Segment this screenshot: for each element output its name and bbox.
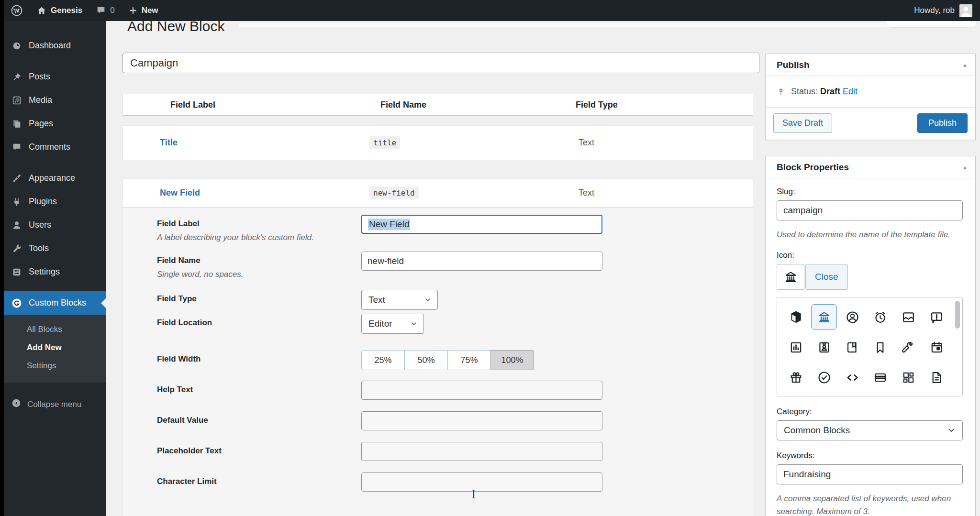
gift-icon[interactable] — [783, 364, 809, 390]
sidebar-item-settings[interactable]: Settings — [4, 260, 106, 284]
sidebar-item-label: Media — [29, 95, 52, 105]
icon-picker — [777, 297, 963, 396]
slug-label: Slug: — [777, 187, 963, 197]
keywords-help-text: A comma separated list of keywords, used… — [777, 492, 963, 516]
slug-input[interactable] — [777, 200, 963, 220]
pushpin-icon — [11, 72, 22, 82]
help-text-input[interactable] — [361, 381, 602, 400]
calendar-icon[interactable] — [924, 334, 950, 360]
chevron-down-icon — [947, 426, 956, 435]
icon-label: Icon: — [777, 251, 963, 260]
publish-panel-title: Publish — [777, 60, 810, 70]
table-row[interactable]: Title title Text — [122, 125, 753, 160]
layout-grid-icon[interactable] — [896, 364, 922, 390]
sidebar-item-label: Posts — [29, 72, 50, 82]
sidebar-item-appearance[interactable]: Appearance — [4, 166, 106, 190]
howdy-label[interactable]: Howdy, rob — [914, 6, 955, 15]
document-icon[interactable] — [924, 364, 950, 390]
chart-bar-icon[interactable] — [783, 334, 809, 360]
icon-close-button[interactable]: Close — [805, 264, 848, 290]
selected-text: New Field — [368, 219, 410, 230]
block-default-icon[interactable] — [783, 304, 809, 330]
status-edit-link[interactable]: Edit — [843, 87, 858, 96]
panel-toggle-icon[interactable]: ▲ — [962, 165, 968, 170]
cover-image-icon[interactable] — [896, 304, 922, 330]
field-width-option-100[interactable]: 100% — [490, 350, 534, 370]
book-icon[interactable] — [839, 334, 865, 360]
collapse-menu-button[interactable]: Collapse menu — [4, 398, 106, 411]
bookmark-icon[interactable] — [868, 334, 893, 360]
new-menu[interactable]: New — [122, 0, 165, 21]
block-title-input[interactable] — [122, 53, 759, 73]
custom-blocks-submenu: All BlocksAdd NewSettings — [4, 315, 106, 383]
sidebar-item-custom-blocks[interactable]: Custom Blocks — [4, 291, 106, 315]
field-width-option-75[interactable]: 75% — [447, 350, 491, 370]
field-width-option-25[interactable]: 25% — [361, 350, 405, 370]
submenu-item-all-blocks[interactable]: All Blocks — [4, 320, 106, 339]
credit-card-icon[interactable] — [868, 364, 893, 390]
publish-panel: Publish ▲ Status: Draft Edit Save Draft … — [765, 54, 976, 140]
character-limit-label: Character Limit — [157, 477, 361, 486]
icon-grid-scrollbar[interactable] — [955, 301, 960, 329]
text-cursor: I — [471, 488, 476, 501]
table-row[interactable]: New Field new-field Text — [122, 178, 753, 207]
id-badge-icon[interactable] — [811, 334, 837, 360]
field-row-label-link[interactable]: Title — [123, 138, 350, 148]
comments-icon — [11, 142, 22, 153]
sidebar-item-plugins[interactable]: Plugins — [4, 190, 106, 213]
category-select[interactable]: Common Blocks — [777, 420, 963, 440]
wordpress-logo-icon[interactable] — [4, 0, 30, 21]
avatar[interactable] — [959, 4, 972, 17]
character-limit-input[interactable] — [361, 472, 602, 492]
sidebar-item-label: Appearance — [29, 173, 75, 183]
default-value-input[interactable] — [361, 411, 602, 430]
placeholder-text-input[interactable] — [361, 442, 602, 461]
sidebar-item-tools[interactable]: Tools — [4, 237, 106, 260]
testimonial-icon[interactable] — [924, 304, 950, 330]
sidebar-item-label: Custom Blocks — [29, 298, 86, 308]
sidebar-item-dashboard[interactable]: Dashboard — [4, 34, 106, 57]
bank-icon[interactable] — [777, 264, 804, 290]
save-draft-button[interactable]: Save Draft — [773, 113, 832, 133]
submenu-item-add-new[interactable]: Add New — [4, 339, 106, 357]
col-field-label: Field Label — [123, 100, 350, 110]
bank-icon[interactable] — [811, 304, 837, 330]
field-type-label: Field Type — [157, 294, 361, 304]
publish-button[interactable]: Publish — [917, 113, 968, 133]
field-type-value: Text — [558, 138, 754, 148]
panel-toggle-icon[interactable]: ▲ — [962, 62, 968, 68]
field-location-select[interactable]: Editor — [361, 314, 424, 334]
admin-bar: Genesis 0 New Howdy, rob — [4, 0, 980, 21]
chevron-down-icon — [410, 320, 418, 328]
alarm-clock-icon[interactable] — [868, 304, 893, 330]
check-circle-icon[interactable] — [811, 364, 837, 390]
site-menu[interactable]: Genesis — [30, 0, 89, 21]
keywords-label: Keywords: — [777, 451, 963, 461]
field-label-input[interactable]: New Field — [361, 215, 602, 234]
code-icon[interactable] — [839, 364, 865, 390]
col-field-name: Field Name — [350, 100, 558, 110]
default-value-label: Default Value — [157, 416, 361, 425]
field-row-label-link[interactable]: New Field — [123, 188, 350, 198]
comments-indicator[interactable]: 0 — [89, 0, 121, 21]
sidebar-item-pages[interactable]: Pages — [4, 112, 106, 135]
field-name-label: Field Name — [157, 256, 361, 265]
field-location-label: Field Location — [157, 318, 361, 328]
col-field-type: Field Type — [558, 100, 754, 110]
sidebar-item-users[interactable]: Users — [4, 213, 106, 237]
wordpress-admin: Genesis 0 New Howdy, rob DashboardPostsM… — [4, 0, 980, 516]
keywords-input[interactable] — [777, 464, 963, 484]
admin-sidebar: DashboardPostsMediaPagesCommentsAppearan… — [4, 21, 106, 516]
field-width-option-50[interactable]: 50% — [404, 350, 448, 370]
wrench-icon[interactable] — [896, 334, 922, 360]
field-name-code: title — [369, 136, 400, 149]
appearance-icon — [11, 173, 22, 184]
sidebar-item-posts[interactable]: Posts — [4, 65, 106, 88]
sidebar-item-comments[interactable]: Comments — [4, 135, 106, 159]
user-circle-icon[interactable] — [839, 304, 865, 330]
submenu-item-settings[interactable]: Settings — [4, 357, 106, 375]
field-type-select[interactable]: Text — [361, 290, 438, 310]
field-name-input[interactable]: new-field — [361, 252, 602, 271]
sidebar-item-media[interactable]: Media — [4, 88, 106, 112]
media-icon — [11, 95, 22, 106]
